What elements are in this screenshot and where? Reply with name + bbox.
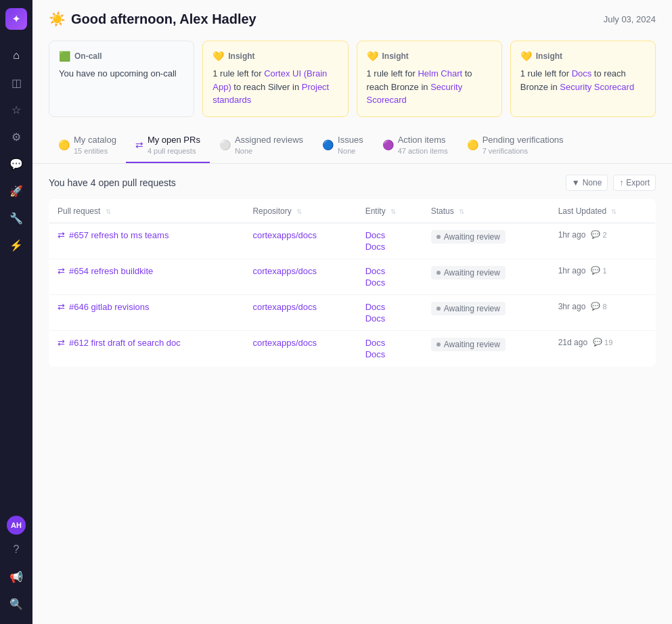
tab-pending-verifications-label: Pending verifications xyxy=(483,135,564,145)
insight1-icon: 💛 xyxy=(212,51,224,62)
tab-my-catalog-label: My catalog xyxy=(74,135,116,145)
sidebar-item-chat[interactable]: 💬 xyxy=(4,152,28,176)
header-date: July 03, 2024 xyxy=(604,14,656,24)
status-cell-654: Awaiting review xyxy=(423,259,550,294)
entity-link-654-0[interactable]: Docs xyxy=(365,266,415,276)
table-row: ⇄#654 refresh buildkitecortexapps/docsDo… xyxy=(49,259,656,294)
pr-table: Pull request ⇅ Repository ⇅ Entity ⇅ Sta… xyxy=(49,199,656,367)
tab-assigned-reviews[interactable]: ⚪ Assigned reviews None xyxy=(210,128,313,163)
oncall-text: You have no upcoming on-call xyxy=(59,67,184,81)
filter-label: None xyxy=(583,178,602,187)
entity-link-612-1[interactable]: Docs xyxy=(365,349,415,359)
entity-link-657-1[interactable]: Docs xyxy=(365,242,415,252)
status-dot-612 xyxy=(436,342,441,347)
export-button[interactable]: ↑ Export xyxy=(613,175,656,191)
insight3-link2[interactable]: Security Scorecard xyxy=(560,82,634,92)
avatar[interactable]: AH xyxy=(7,516,26,535)
sidebar-item-home[interactable]: ⌂ xyxy=(4,43,28,68)
pr-icon-646: ⇄ xyxy=(58,302,65,312)
logo[interactable]: ✦ xyxy=(5,8,27,30)
insight3-label: Insight xyxy=(536,51,562,61)
pr-link-612[interactable]: ⇄#612 first draft of search doc xyxy=(58,338,236,348)
sidebar-item-star[interactable]: ☆ xyxy=(4,97,28,122)
col-repository[interactable]: Repository ⇅ xyxy=(244,199,357,223)
pr-link-646[interactable]: ⇄#646 gitlab revisions xyxy=(58,302,236,312)
repo-cell-646: cortexapps/docs xyxy=(244,294,357,330)
tab-pending-verifications-sub: 7 verifications xyxy=(483,147,564,155)
sidebar-item-search[interactable]: 🔍 xyxy=(4,592,28,616)
repo-link-657[interactable]: cortexapps/docs xyxy=(252,230,317,240)
tab-action-items-label: Action items xyxy=(398,135,448,145)
repo-link-654[interactable]: cortexapps/docs xyxy=(252,266,317,276)
entity-cell-657: DocsDocs xyxy=(357,223,423,259)
sidebar-item-rocket[interactable]: 🚀 xyxy=(4,179,28,203)
col-pull-request[interactable]: Pull request ⇅ xyxy=(49,199,245,223)
tab-assigned-reviews-sub: None xyxy=(235,147,303,155)
entity-link-646-1[interactable]: Docs xyxy=(365,313,415,324)
comment-count-654: 💬1 xyxy=(591,266,606,275)
sort-icon-entity: ⇅ xyxy=(390,208,396,215)
pr-link-657[interactable]: ⇄#657 refresh to ms teams xyxy=(58,230,236,240)
insight3-link1[interactable]: Docs xyxy=(572,68,592,79)
col-entity[interactable]: Entity ⇅ xyxy=(357,199,423,223)
tab-action-items-content: Action items 47 action items xyxy=(398,135,448,155)
comment-count-657: 💬2 xyxy=(591,230,606,239)
status-cell-612: Awaiting review xyxy=(423,330,550,366)
status-badge-646: Awaiting review xyxy=(431,302,506,315)
insight-card-3: 💛 Insight 1 rule left for Docs to reach … xyxy=(510,41,656,117)
entity-link-657-0[interactable]: Docs xyxy=(365,230,415,240)
sidebar-item-help[interactable]: ? xyxy=(4,537,28,562)
time-value-654: 1hr ago xyxy=(558,266,586,275)
sidebar-item-tool[interactable]: 🔧 xyxy=(4,206,28,230)
tab-my-open-prs-content: My open PRs 4 pull requests xyxy=(148,135,200,155)
insight2-link1[interactable]: Helm Chart xyxy=(418,68,462,79)
entity-link-646-0[interactable]: Docs xyxy=(365,302,415,312)
tab-issues[interactable]: 🔵 Issues None xyxy=(313,128,373,163)
sidebar-item-announcements[interactable]: 📢 xyxy=(4,564,28,589)
insight-card-1: 💛 Insight 1 rule left for Cortex UI (Bra… xyxy=(202,41,348,117)
sidebar-item-catalog[interactable]: ◫ xyxy=(4,70,28,95)
tab-my-catalog[interactable]: 🟡 My catalog 15 entities xyxy=(49,128,126,163)
filter-button[interactable]: ▼ None xyxy=(566,175,608,191)
pr-icon-654: ⇄ xyxy=(58,266,65,276)
card-oncall-header: 🟩 On-call xyxy=(59,51,184,62)
status-cell-657: Awaiting review xyxy=(423,223,550,259)
tab-my-open-prs[interactable]: ⇄ My open PRs 4 pull requests xyxy=(126,128,210,163)
repo-cell-657: cortexapps/docs xyxy=(244,223,357,259)
section-title: You have 4 open pull requests xyxy=(49,177,176,188)
pr-cell-646: ⇄#646 gitlab revisions xyxy=(49,294,245,330)
time-cell-654: 1hr ago💬1 xyxy=(550,259,656,294)
repo-link-646[interactable]: cortexapps/docs xyxy=(252,302,317,312)
status-badge-654: Awaiting review xyxy=(431,266,506,280)
status-dot-654 xyxy=(436,271,441,275)
time-cell-612: 21d ago💬19 xyxy=(550,330,656,366)
repo-link-612[interactable]: cortexapps/docs xyxy=(252,338,317,348)
pr-cell-654: ⇄#654 refresh buildkite xyxy=(49,259,245,294)
card-insight2-header: 💛 Insight xyxy=(367,51,492,62)
col-last-updated[interactable]: Last Updated ⇅ xyxy=(550,199,656,223)
status-cell-646: Awaiting review xyxy=(423,294,550,330)
tab-pending-verifications[interactable]: 🟡 Pending verifications 7 verifications xyxy=(457,128,573,163)
sidebar-item-bolt[interactable]: ⚡ xyxy=(4,233,28,257)
entity-cell-612: DocsDocs xyxy=(357,330,423,366)
tab-issues-label: Issues xyxy=(338,135,363,145)
comment-icon-657: 💬 xyxy=(591,230,600,239)
insight2-link2[interactable]: Security Scorecard xyxy=(367,82,463,106)
tab-my-open-prs-sub: 4 pull requests xyxy=(148,147,200,155)
tabs-row: 🟡 My catalog 15 entities ⇄ My open PRs 4… xyxy=(32,128,672,164)
filter-row: ▼ None ↑ Export xyxy=(566,175,656,191)
entity-link-612-0[interactable]: Docs xyxy=(365,338,415,348)
tab-issues-icon: 🔵 xyxy=(322,139,334,150)
repo-cell-654: cortexapps/docs xyxy=(244,259,357,294)
col-status[interactable]: Status ⇅ xyxy=(423,199,550,223)
tab-action-items-sub: 47 action items xyxy=(398,147,448,155)
pr-link-654[interactable]: ⇄#654 refresh buildkite xyxy=(58,266,236,276)
entity-link-654-1[interactable]: Docs xyxy=(365,277,415,288)
tab-action-items[interactable]: 🟣 Action items 47 action items xyxy=(373,128,457,163)
entity-cell-654: DocsDocs xyxy=(357,259,423,294)
sort-icon-updated: ⇅ xyxy=(611,208,617,215)
greeting-text: Good afternoon, Alex Hadley xyxy=(71,12,256,27)
card-insight3-header: 💛 Insight xyxy=(520,51,646,62)
filter-icon: ▼ xyxy=(572,178,580,187)
sidebar-item-settings[interactable]: ⚙ xyxy=(4,125,28,149)
